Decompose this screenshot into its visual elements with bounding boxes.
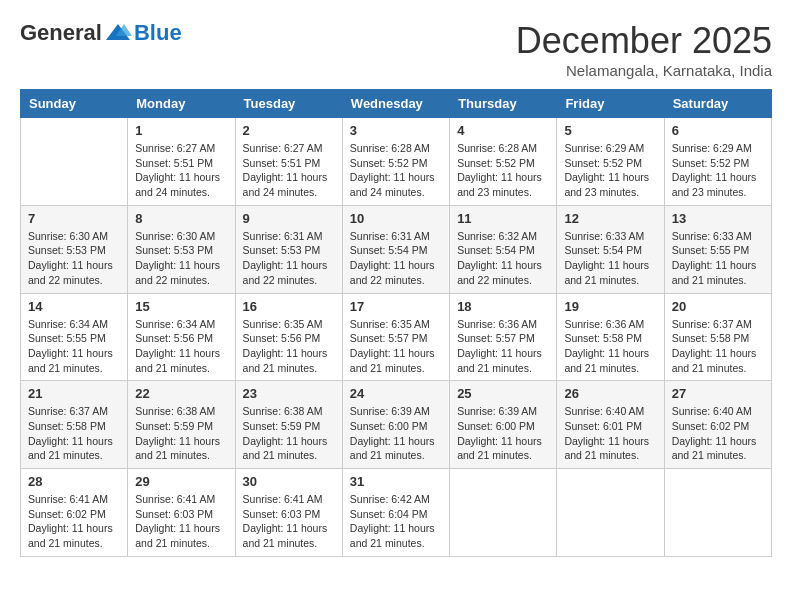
month-title: December 2025 <box>516 20 772 62</box>
calendar-week-5: 28Sunrise: 6:41 AMSunset: 6:02 PMDayligh… <box>21 469 772 557</box>
day-number: 26 <box>564 386 656 401</box>
day-number: 7 <box>28 211 120 226</box>
weekday-header-sunday: Sunday <box>21 90 128 118</box>
day-info: Sunrise: 6:42 AMSunset: 6:04 PMDaylight:… <box>350 492 442 551</box>
page-header: General Blue December 2025 Nelamangala, … <box>20 20 772 79</box>
day-number: 25 <box>457 386 549 401</box>
calendar-cell: 24Sunrise: 6:39 AMSunset: 6:00 PMDayligh… <box>342 381 449 469</box>
day-number: 5 <box>564 123 656 138</box>
weekday-header-wednesday: Wednesday <box>342 90 449 118</box>
day-number: 28 <box>28 474 120 489</box>
day-number: 18 <box>457 299 549 314</box>
day-info: Sunrise: 6:30 AMSunset: 5:53 PMDaylight:… <box>28 229 120 288</box>
calendar-cell: 3Sunrise: 6:28 AMSunset: 5:52 PMDaylight… <box>342 118 449 206</box>
day-info: Sunrise: 6:41 AMSunset: 6:03 PMDaylight:… <box>243 492 335 551</box>
day-number: 3 <box>350 123 442 138</box>
day-info: Sunrise: 6:29 AMSunset: 5:52 PMDaylight:… <box>672 141 764 200</box>
calendar-cell: 1Sunrise: 6:27 AMSunset: 5:51 PMDaylight… <box>128 118 235 206</box>
calendar-cell: 31Sunrise: 6:42 AMSunset: 6:04 PMDayligh… <box>342 469 449 557</box>
calendar-week-3: 14Sunrise: 6:34 AMSunset: 5:55 PMDayligh… <box>21 293 772 381</box>
day-info: Sunrise: 6:33 AMSunset: 5:55 PMDaylight:… <box>672 229 764 288</box>
day-info: Sunrise: 6:35 AMSunset: 5:57 PMDaylight:… <box>350 317 442 376</box>
day-info: Sunrise: 6:36 AMSunset: 5:58 PMDaylight:… <box>564 317 656 376</box>
day-info: Sunrise: 6:28 AMSunset: 5:52 PMDaylight:… <box>350 141 442 200</box>
day-number: 16 <box>243 299 335 314</box>
calendar-cell: 7Sunrise: 6:30 AMSunset: 5:53 PMDaylight… <box>21 205 128 293</box>
calendar-cell <box>450 469 557 557</box>
location-text: Nelamangala, Karnataka, India <box>516 62 772 79</box>
day-number: 9 <box>243 211 335 226</box>
day-number: 1 <box>135 123 227 138</box>
day-number: 12 <box>564 211 656 226</box>
calendar-cell: 5Sunrise: 6:29 AMSunset: 5:52 PMDaylight… <box>557 118 664 206</box>
calendar-cell: 15Sunrise: 6:34 AMSunset: 5:56 PMDayligh… <box>128 293 235 381</box>
weekday-header-friday: Friday <box>557 90 664 118</box>
calendar-cell: 23Sunrise: 6:38 AMSunset: 5:59 PMDayligh… <box>235 381 342 469</box>
day-info: Sunrise: 6:39 AMSunset: 6:00 PMDaylight:… <box>457 404 549 463</box>
calendar-cell: 26Sunrise: 6:40 AMSunset: 6:01 PMDayligh… <box>557 381 664 469</box>
calendar-cell: 30Sunrise: 6:41 AMSunset: 6:03 PMDayligh… <box>235 469 342 557</box>
logo-general-text: General <box>20 20 102 46</box>
calendar-cell: 12Sunrise: 6:33 AMSunset: 5:54 PMDayligh… <box>557 205 664 293</box>
logo-icon <box>104 22 132 44</box>
day-info: Sunrise: 6:31 AMSunset: 5:53 PMDaylight:… <box>243 229 335 288</box>
day-info: Sunrise: 6:34 AMSunset: 5:56 PMDaylight:… <box>135 317 227 376</box>
calendar-cell: 14Sunrise: 6:34 AMSunset: 5:55 PMDayligh… <box>21 293 128 381</box>
day-number: 8 <box>135 211 227 226</box>
day-number: 22 <box>135 386 227 401</box>
calendar-cell: 16Sunrise: 6:35 AMSunset: 5:56 PMDayligh… <box>235 293 342 381</box>
logo-blue-text: Blue <box>134 20 182 46</box>
day-info: Sunrise: 6:31 AMSunset: 5:54 PMDaylight:… <box>350 229 442 288</box>
day-number: 20 <box>672 299 764 314</box>
calendar-cell: 8Sunrise: 6:30 AMSunset: 5:53 PMDaylight… <box>128 205 235 293</box>
day-info: Sunrise: 6:41 AMSunset: 6:02 PMDaylight:… <box>28 492 120 551</box>
day-info: Sunrise: 6:33 AMSunset: 5:54 PMDaylight:… <box>564 229 656 288</box>
calendar-cell: 13Sunrise: 6:33 AMSunset: 5:55 PMDayligh… <box>664 205 771 293</box>
day-number: 11 <box>457 211 549 226</box>
day-number: 30 <box>243 474 335 489</box>
calendar-cell <box>664 469 771 557</box>
day-info: Sunrise: 6:32 AMSunset: 5:54 PMDaylight:… <box>457 229 549 288</box>
weekday-header-thursday: Thursday <box>450 90 557 118</box>
day-number: 17 <box>350 299 442 314</box>
calendar-cell: 29Sunrise: 6:41 AMSunset: 6:03 PMDayligh… <box>128 469 235 557</box>
day-number: 19 <box>564 299 656 314</box>
calendar-week-2: 7Sunrise: 6:30 AMSunset: 5:53 PMDaylight… <box>21 205 772 293</box>
calendar-cell: 4Sunrise: 6:28 AMSunset: 5:52 PMDaylight… <box>450 118 557 206</box>
day-info: Sunrise: 6:38 AMSunset: 5:59 PMDaylight:… <box>135 404 227 463</box>
calendar-cell: 27Sunrise: 6:40 AMSunset: 6:02 PMDayligh… <box>664 381 771 469</box>
day-number: 14 <box>28 299 120 314</box>
day-number: 27 <box>672 386 764 401</box>
day-number: 6 <box>672 123 764 138</box>
day-number: 4 <box>457 123 549 138</box>
calendar-cell: 21Sunrise: 6:37 AMSunset: 5:58 PMDayligh… <box>21 381 128 469</box>
day-info: Sunrise: 6:37 AMSunset: 5:58 PMDaylight:… <box>672 317 764 376</box>
day-info: Sunrise: 6:29 AMSunset: 5:52 PMDaylight:… <box>564 141 656 200</box>
calendar-cell: 18Sunrise: 6:36 AMSunset: 5:57 PMDayligh… <box>450 293 557 381</box>
calendar-cell: 11Sunrise: 6:32 AMSunset: 5:54 PMDayligh… <box>450 205 557 293</box>
calendar-header-row: SundayMondayTuesdayWednesdayThursdayFrid… <box>21 90 772 118</box>
title-section: December 2025 Nelamangala, Karnataka, In… <box>516 20 772 79</box>
day-info: Sunrise: 6:38 AMSunset: 5:59 PMDaylight:… <box>243 404 335 463</box>
day-number: 24 <box>350 386 442 401</box>
weekday-header-monday: Monday <box>128 90 235 118</box>
weekday-header-tuesday: Tuesday <box>235 90 342 118</box>
weekday-header-saturday: Saturday <box>664 90 771 118</box>
calendar-cell: 19Sunrise: 6:36 AMSunset: 5:58 PMDayligh… <box>557 293 664 381</box>
calendar-week-1: 1Sunrise: 6:27 AMSunset: 5:51 PMDaylight… <box>21 118 772 206</box>
calendar-cell: 17Sunrise: 6:35 AMSunset: 5:57 PMDayligh… <box>342 293 449 381</box>
day-info: Sunrise: 6:41 AMSunset: 6:03 PMDaylight:… <box>135 492 227 551</box>
day-info: Sunrise: 6:37 AMSunset: 5:58 PMDaylight:… <box>28 404 120 463</box>
day-info: Sunrise: 6:40 AMSunset: 6:01 PMDaylight:… <box>564 404 656 463</box>
day-number: 23 <box>243 386 335 401</box>
day-number: 2 <box>243 123 335 138</box>
day-number: 15 <box>135 299 227 314</box>
calendar-cell: 9Sunrise: 6:31 AMSunset: 5:53 PMDaylight… <box>235 205 342 293</box>
day-info: Sunrise: 6:35 AMSunset: 5:56 PMDaylight:… <box>243 317 335 376</box>
logo: General Blue <box>20 20 182 46</box>
day-info: Sunrise: 6:40 AMSunset: 6:02 PMDaylight:… <box>672 404 764 463</box>
calendar-cell: 25Sunrise: 6:39 AMSunset: 6:00 PMDayligh… <box>450 381 557 469</box>
calendar-cell <box>557 469 664 557</box>
day-number: 29 <box>135 474 227 489</box>
calendar-cell: 10Sunrise: 6:31 AMSunset: 5:54 PMDayligh… <box>342 205 449 293</box>
